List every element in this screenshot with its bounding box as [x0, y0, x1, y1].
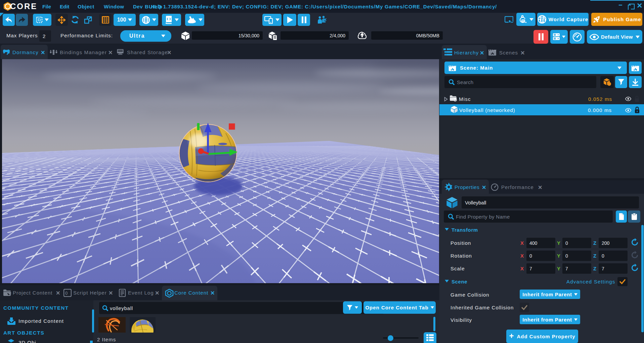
svg-text:〈〉: 〈〉 [65, 291, 68, 295]
